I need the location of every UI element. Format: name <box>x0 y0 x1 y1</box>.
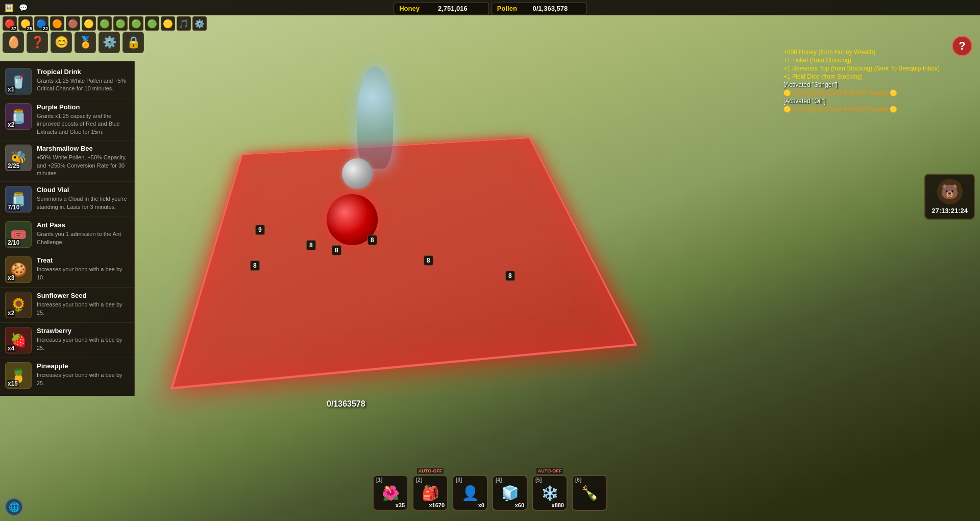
nav-egg[interactable]: 🥚 <box>3 32 24 53</box>
timer-value: 27:13:21:24 <box>932 207 968 215</box>
hotbar-slot-6[interactable]: [6] 🍾 <box>572 475 607 511</box>
equip-slot-1[interactable]: 🔴 37 <box>3 16 17 31</box>
inv-count-1: x2 <box>7 121 15 128</box>
inv-name-6: Sunflower Seed <box>37 292 129 299</box>
hotbar-num-3: [4] <box>496 477 502 483</box>
equip-slot-3[interactable]: 🔵 22 <box>34 16 48 31</box>
equip-slot-9[interactable]: 🟢 <box>129 16 143 31</box>
chat-log: +800 Honey (from Honey Wreath)+1 Ticket … <box>781 46 944 116</box>
pollen-label: Pollen <box>497 5 517 12</box>
chat-line-1: +1 Ticket (from Stocking) <box>783 57 942 64</box>
inv-count-2: 2/25 <box>7 162 20 170</box>
hotbar-icon-0: 🌺 <box>382 485 400 502</box>
nav-question[interactable]: ❓ <box>27 32 48 53</box>
inv-icon-6: 🌻 x2 <box>5 292 32 318</box>
hotbar-count-1: x1670 <box>429 502 445 508</box>
inv-desc-3: Summons a Cloud in the field you're stan… <box>37 195 129 211</box>
equip-row: 🔴 37 🟡 25 🔵 22 🟠 🟤 🟡 🟢 🟢 🟢 🟢 🟡 🎵 ⚙️ <box>3 16 207 31</box>
chat-line-7: 🟡 Commando Chick fled! (HP Saved) 🟡 <box>783 106 942 113</box>
hotbar-slot-3[interactable]: [3] 👤 x0 <box>452 475 488 511</box>
inv-item-6[interactable]: 🌻 x2 Sunflower Seed Increases your bond … <box>0 288 134 323</box>
inv-name-4: Ant Pass <box>37 221 129 229</box>
nav-lock[interactable]: 🔒 <box>122 32 144 53</box>
hotbar-count-3: x60 <box>515 502 524 508</box>
equip-slot-11[interactable]: 🟡 <box>161 16 175 31</box>
inv-desc-2: +50% White Pollen, +50% Capacity, and +2… <box>37 154 129 177</box>
inv-item-2[interactable]: 🐝 2/25 Marshmallow Bee +50% White Pollen… <box>0 140 134 182</box>
field-badge-3: 8 <box>332 245 341 255</box>
inv-text-5: Treat Increases your bond with a bee by … <box>37 256 129 281</box>
hotbar-count-4: x880 <box>552 502 564 508</box>
field-badge-1: 9 <box>255 225 265 235</box>
hotbar: [1] 🌺 x35 AUTO-OFF [2] 🎒 x1670 [3] 👤 x0 … <box>373 475 607 511</box>
chat-line-0: +800 Honey (from Honey Wreath) <box>783 49 942 56</box>
inv-name-5: Treat <box>37 256 129 264</box>
equip-slot-8[interactable]: 🟢 <box>113 16 128 31</box>
nav-face[interactable]: 😊 <box>51 32 72 53</box>
chat-line-3: +1 Field Dice (from Stocking) <box>783 73 942 80</box>
inv-desc-4: Grants you 1 admission to the Ant Challe… <box>37 230 129 246</box>
chat-icon[interactable]: 💬 <box>17 2 29 14</box>
screen-icon[interactable]: 🖼️ <box>3 2 15 14</box>
hotbar-num-0: [1] <box>376 477 382 483</box>
equip-slot-5[interactable]: 🟤 <box>66 16 80 31</box>
inv-count-0: x1 <box>7 86 15 93</box>
inv-count-3: 7/10 <box>7 204 20 211</box>
inv-item-1[interactable]: 🫙 x2 Purple Potion Grants x1.25 capacity… <box>0 99 134 140</box>
globe-button[interactable]: 🌐 <box>5 498 23 516</box>
equip-slot-10[interactable]: 🟢 <box>145 16 159 31</box>
inv-icon-7: 🍓 x4 <box>5 327 32 353</box>
nav-medal[interactable]: 🏅 <box>75 32 96 53</box>
auto-off-label-4: AUTO-OFF <box>536 468 563 474</box>
inv-item-7[interactable]: 🍓 x4 Strawberry Increases your bond with… <box>0 323 134 358</box>
equip-slot-6[interactable]: 🟡 <box>82 16 96 31</box>
inventory-panel: 🥤 x1 Tropical Drink Grants x1.25 White P… <box>0 61 135 396</box>
hotbar-num-2: [3] <box>456 477 462 483</box>
inv-item-0[interactable]: 🥤 x1 Tropical Drink Grants x1.25 White P… <box>0 64 134 99</box>
red-field <box>170 137 637 389</box>
honey-label: Honey <box>399 5 420 12</box>
inv-text-2: Marshmallow Bee +50% White Pollen, +50% … <box>37 145 129 177</box>
world-pollen-display: 0/1363578 <box>327 399 365 409</box>
inv-desc-8: Increases your bond with a bee by 25. <box>37 371 129 387</box>
inv-icon-2: 🐝 2/25 <box>5 145 32 171</box>
inv-desc-0: Grants x1.25 White Pollen and +5% Critic… <box>37 77 129 93</box>
equip-slot-12[interactable]: 🎵 <box>177 16 191 31</box>
hotbar-slot-1[interactable]: [1] 🌺 x35 <box>373 475 408 511</box>
inv-count-4: 2/10 <box>7 239 20 246</box>
inv-icon-5: 🍪 x3 <box>5 256 32 283</box>
inv-item-4[interactable]: 🎟️ 2/10 Ant Pass Grants you 1 admission … <box>0 217 134 252</box>
equip-slot-2[interactable]: 🟡 25 <box>18 16 33 31</box>
equip-slot-4[interactable]: 🟠 <box>50 16 64 31</box>
field-badge-2: 8 <box>306 240 316 250</box>
nav-gear[interactable]: ⚙️ <box>99 32 120 53</box>
pollen-resource: Pollen 0/1,363,578 <box>492 3 586 14</box>
help-button[interactable]: ? <box>952 36 972 56</box>
equip-slot-7[interactable]: 🟢 <box>97 16 112 31</box>
inv-count-5: x3 <box>7 274 15 281</box>
timer-widget: 🐻 27:13:21:24 <box>924 174 975 220</box>
inv-text-1: Purple Potion Grants x1.25 capacity and … <box>37 103 129 136</box>
honey-value: 2,751,016 <box>422 5 483 12</box>
inv-count-8: x15 <box>7 380 19 387</box>
inv-item-8[interactable]: 🍍 x15 Pineapple Increases your bond with… <box>0 358 134 393</box>
inv-item-5[interactable]: 🍪 x3 Treat Increases your bond with a be… <box>0 252 134 288</box>
inv-text-0: Tropical Drink Grants x1.25 White Pollen… <box>37 68 129 93</box>
inv-item-3[interactable]: 🫙 7/10 Cloud Vial Summons a Cloud in the… <box>0 182 134 217</box>
nav-row: 🥚 ❓ 😊 🏅 ⚙️ 🔒 <box>3 32 144 53</box>
hotbar-icon-3: 🧊 <box>501 485 519 502</box>
inv-desc-6: Increases your bond with a bee by 25. <box>37 301 129 317</box>
honey-resource: Honey 2,751,016 <box>394 3 489 14</box>
inv-icon-0: 🥤 x1 <box>5 68 32 94</box>
hotbar-slot-4[interactable]: [4] 🧊 x60 <box>492 475 528 511</box>
inv-icon-8: 🍍 x15 <box>5 362 32 389</box>
equip-slot-13[interactable]: ⚙️ <box>192 16 207 31</box>
game-sphere-small <box>342 158 373 189</box>
chat-line-6: [Activated "Oil"] <box>783 98 942 105</box>
hotbar-num-4: [5] <box>535 477 542 483</box>
chat-line-2: +1 Beesmas Top (from Stocking) (Sent To … <box>783 65 942 72</box>
hotbar-slot-2[interactable]: AUTO-OFF [2] 🎒 x1670 <box>412 475 448 511</box>
hotbar-slot-5[interactable]: AUTO-OFF [5] ❄️ x880 <box>532 475 568 511</box>
inv-text-7: Strawberry Increases your bond with a be… <box>37 327 129 352</box>
auto-off-label-1: AUTO-OFF <box>417 468 444 474</box>
